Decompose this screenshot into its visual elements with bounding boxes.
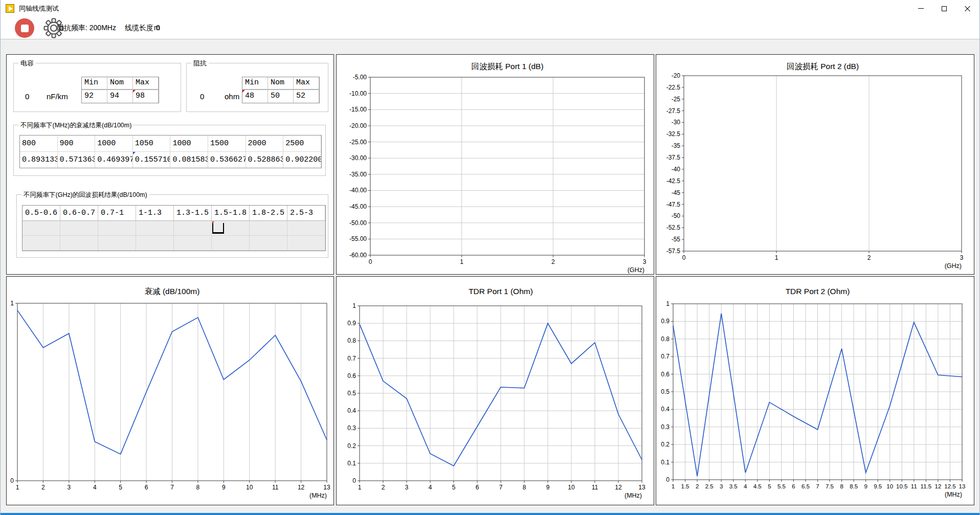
y-tick-label: -52.5 bbox=[666, 224, 681, 231]
close-button[interactable] bbox=[956, 0, 979, 17]
x-tick-label: 7 bbox=[170, 484, 174, 491]
return-loss-empty-cell[interactable] bbox=[136, 236, 174, 251]
attenuation-value-cell[interactable]: 0.536627 bbox=[208, 152, 246, 168]
band-header-cell[interactable]: 1-1.3 bbox=[136, 206, 174, 221]
attenuation-value-cell[interactable]: 0.469397 bbox=[95, 152, 133, 168]
y-tick-label: -25 bbox=[672, 96, 681, 103]
x-tick-label: 6 bbox=[792, 483, 795, 489]
x-tick-label: 6 bbox=[145, 484, 148, 491]
x-tick-label: 12 bbox=[935, 483, 942, 489]
table-value-cell[interactable]: 98 bbox=[133, 90, 159, 103]
x-tick-label: 13 bbox=[323, 484, 330, 491]
window-controls bbox=[909, 0, 979, 17]
x-tick-label: 4 bbox=[93, 484, 97, 491]
band-header-cell[interactable]: 1.3-1.5 bbox=[174, 206, 212, 221]
return-loss-empty-cell[interactable] bbox=[23, 221, 60, 236]
band-header-cell[interactable]: 0.7-1 bbox=[98, 206, 136, 221]
y-tick-label: 0.7 bbox=[661, 353, 670, 360]
chart-panel-return-loss-port1: 0123-5.00-10.00-15.00-20.00-25.00-30.00-… bbox=[336, 54, 654, 275]
x-tick-label: 1.5 bbox=[681, 483, 689, 489]
return-loss-empty-cell[interactable] bbox=[250, 236, 287, 251]
y-tick-label: -40 bbox=[672, 166, 681, 173]
x-tick-label: 6.5 bbox=[801, 483, 810, 489]
y-tick-label: -42.5 bbox=[666, 177, 681, 185]
frequency-header-cell[interactable]: 1050 bbox=[133, 136, 171, 152]
attenuation-value-cell[interactable]: 0.081583 bbox=[170, 152, 208, 168]
frequency-header-cell[interactable]: 1500 bbox=[208, 136, 246, 152]
band-header-cell[interactable]: 0.5-0.6 bbox=[23, 206, 60, 221]
x-tick-label: 3.5 bbox=[729, 483, 738, 489]
table-header-cell: Min bbox=[242, 77, 268, 90]
y-tick-label: 1 bbox=[666, 300, 670, 307]
return-loss-results-table: 0.5-0.60.6-0.70.7-11-1.31.3-1.51.5-1.81.… bbox=[22, 205, 326, 251]
x-tick-label: 13 bbox=[638, 484, 645, 491]
capacitance-unit: nF/km bbox=[47, 92, 68, 101]
y-tick-label: -35.00 bbox=[349, 171, 367, 178]
attenuation-value-cell[interactable]: 0.155710 bbox=[133, 152, 171, 168]
return-loss-empty-cell[interactable] bbox=[98, 236, 136, 251]
band-header-cell[interactable]: 1.8-2.5 bbox=[250, 206, 287, 221]
stop-button[interactable] bbox=[15, 18, 34, 38]
x-tick-label: 2.5 bbox=[705, 483, 714, 489]
table-value-cell[interactable]: 94 bbox=[107, 90, 133, 103]
y-tick-label: 0.9 bbox=[661, 318, 670, 325]
frequency-header-cell[interactable]: 1000 bbox=[170, 136, 208, 152]
x-tick-label: 11.5 bbox=[921, 483, 932, 489]
y-tick-label: -57.5 bbox=[666, 248, 681, 255]
attenuation-value-cell[interactable]: 0.893133 bbox=[20, 152, 58, 168]
return-loss-empty-cell[interactable] bbox=[136, 221, 174, 236]
return-loss-empty-cell[interactable] bbox=[174, 221, 212, 236]
y-tick-label: 0.2 bbox=[347, 442, 356, 450]
attenuation-results-group: 不同频率下(MHz)的衰减结果(dB/100m) 800900100010501… bbox=[13, 125, 326, 176]
attenuation-value-cell[interactable]: 0.528863 bbox=[246, 152, 284, 168]
x-tick-label: 9 bbox=[864, 483, 867, 489]
y-tick-label: 0.8 bbox=[347, 337, 356, 344]
y-tick-label: -47.5 bbox=[666, 201, 681, 208]
attenuation-value-cell[interactable]: 0.571363 bbox=[58, 152, 96, 168]
table-header-cell: Min bbox=[82, 77, 107, 90]
band-header-cell[interactable]: 2.5-3 bbox=[287, 206, 325, 221]
return-loss-empty-cell[interactable] bbox=[287, 236, 325, 251]
return-loss-empty-cell[interactable] bbox=[212, 236, 250, 251]
capacitance-value[interactable]: 0 bbox=[25, 92, 29, 101]
frequency-header-cell[interactable]: 2500 bbox=[283, 136, 321, 152]
frequency-header-cell[interactable]: 2000 bbox=[246, 136, 284, 152]
table-value-cell[interactable]: 52 bbox=[294, 90, 319, 103]
table-value-cell[interactable]: 92 bbox=[82, 90, 107, 103]
x-tick-label: 9.5 bbox=[874, 483, 882, 489]
attenuation-value-cell[interactable]: 0.902200 bbox=[283, 152, 321, 168]
return-loss-empty-cell[interactable] bbox=[60, 221, 98, 236]
return-loss-empty-cell[interactable] bbox=[287, 221, 325, 236]
frequency-header-cell[interactable]: 800 bbox=[20, 136, 58, 152]
return-loss-empty-cell[interactable] bbox=[250, 221, 287, 236]
x-tick-label: 2 bbox=[867, 254, 871, 261]
return-loss-empty-cell[interactable] bbox=[60, 236, 98, 251]
impedance-group-label: 阻抗 bbox=[191, 59, 209, 68]
return-loss-empty-cell[interactable] bbox=[174, 236, 212, 251]
x-tick-label: 11 bbox=[272, 484, 279, 491]
return-loss-empty-cell[interactable] bbox=[98, 221, 136, 236]
band-header-cell[interactable]: 1.5-1.8 bbox=[212, 206, 250, 221]
table-value-cell[interactable]: 48 bbox=[242, 90, 268, 103]
frequency-header-cell[interactable]: 1000 bbox=[95, 136, 133, 152]
return-loss-empty-cell[interactable] bbox=[212, 221, 250, 236]
minimize-button[interactable] bbox=[909, 0, 932, 17]
run-arrow-icon bbox=[9, 6, 13, 11]
impedance-table: MinNomMax485052 bbox=[242, 77, 320, 103]
frequency-header-cell[interactable]: 900 bbox=[58, 136, 96, 152]
band-header-cell[interactable]: 0.6-0.7 bbox=[60, 206, 98, 221]
maximize-button[interactable] bbox=[932, 0, 956, 17]
impedance-value[interactable]: 0 bbox=[200, 92, 204, 101]
x-tick-label: 5 bbox=[452, 484, 456, 491]
table-value-cell[interactable]: 50 bbox=[268, 90, 294, 103]
return-loss-empty-cell[interactable] bbox=[23, 236, 60, 251]
y-tick-label: 0.4 bbox=[661, 406, 670, 413]
chart-2: 1234567891011121301衰减 (dB/100m)(MHz) bbox=[7, 277, 333, 505]
x-tick-label: 5 bbox=[119, 484, 122, 491]
x-tick-label: 8 bbox=[523, 484, 526, 491]
attenuation-results-table: 8009001000105010001500200025000.8931330.… bbox=[19, 135, 322, 168]
x-axis-unit-label: (MHz) bbox=[625, 492, 642, 499]
x-tick-label: 12.5 bbox=[944, 483, 955, 489]
x-tick-label: 1 bbox=[672, 483, 675, 489]
chart-plot-frame bbox=[370, 77, 644, 255]
